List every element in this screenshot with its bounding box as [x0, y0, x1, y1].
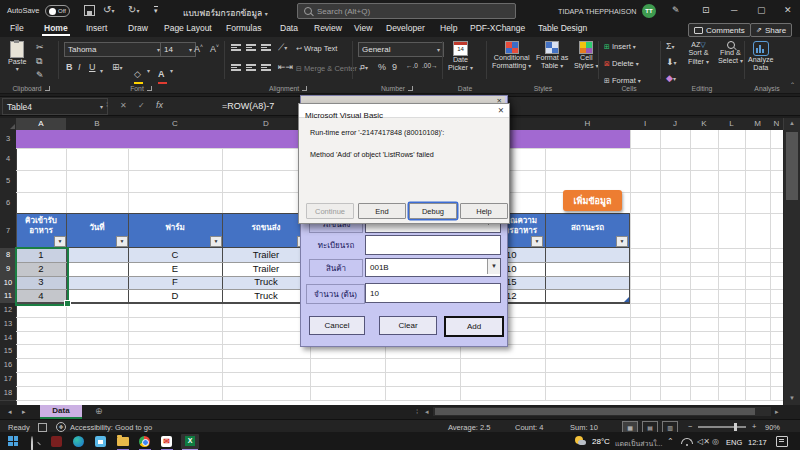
end-button[interactable]: End	[358, 203, 406, 219]
accounting-format-icon[interactable]: ¤▾	[360, 63, 368, 72]
header-status[interactable]: สถานะรถ	[545, 223, 630, 233]
horizontal-scroll-thumb[interactable]	[435, 408, 755, 415]
document-title[interactable]: แบบฟอร์มกรอกข้อมูล ▾	[183, 6, 268, 20]
align-bottom-icon[interactable]	[261, 43, 271, 52]
dialog-launcher-icon[interactable]	[302, 86, 307, 91]
scroll-down-icon[interactable]: ▼	[789, 395, 795, 401]
app-icon[interactable]	[51, 436, 62, 447]
tab-pdf-xchange[interactable]: PDF-XChange	[468, 22, 527, 34]
scroll-left-icon[interactable]: ◂	[425, 408, 429, 416]
debug-button[interactable]: Debug	[409, 203, 457, 219]
zoom-out-button[interactable]: −	[688, 422, 692, 431]
undo-icon[interactable]: ↺▾	[103, 4, 114, 15]
filter-icon[interactable]: ▼	[54, 236, 66, 247]
tab-table-design[interactable]: Table Design	[536, 22, 589, 34]
italic-button[interactable]: I	[78, 63, 81, 72]
filter-icon[interactable]: ▼	[616, 236, 628, 247]
formula-input[interactable]: =ROW(A8)-7	[222, 101, 274, 111]
delete-cells-button[interactable]: ⊠ Delete ▾	[604, 59, 639, 68]
clear-button[interactable]: Clear	[379, 316, 437, 335]
percent-icon[interactable]: %	[378, 63, 386, 72]
weather-icon[interactable]	[575, 436, 585, 446]
wifi-icon[interactable]	[681, 438, 693, 446]
vertical-scroll-thumb[interactable]	[786, 132, 798, 200]
quantity-input[interactable]: 10	[365, 283, 501, 303]
number-format-select[interactable]: General▾	[358, 42, 444, 57]
new-sheet-icon[interactable]: ⊕	[95, 406, 103, 416]
macro-record-icon[interactable]	[38, 423, 47, 432]
align-middle-icon[interactable]	[246, 43, 256, 52]
orientation-icon[interactable]: ⟋▾	[278, 43, 287, 52]
grow-font-icon[interactable]: A˄	[194, 44, 203, 54]
borders-icon[interactable]: ⊞▾	[112, 63, 123, 72]
underline-dropdown-icon[interactable]: ▾	[100, 67, 103, 74]
cancel-entry-icon[interactable]: ✕	[120, 101, 127, 110]
bold-button[interactable]: B	[66, 63, 73, 72]
quick-access-toolbar-icon[interactable]: ▾	[154, 6, 158, 15]
header-farm[interactable]: ฟาร์ม	[128, 223, 222, 233]
registration-input[interactable]	[365, 235, 501, 255]
clock[interactable]: 12:17	[748, 438, 767, 447]
tab-insert[interactable]: Insert	[84, 22, 109, 34]
splitter-handle[interactable]: ⁞	[416, 407, 418, 416]
horizontal-scrollbar[interactable]	[433, 407, 771, 416]
chrome-icon[interactable]	[139, 436, 150, 447]
zoom-in-button[interactable]: +	[752, 422, 756, 431]
language-indicator[interactable]: ENG	[726, 438, 742, 447]
tab-formulas[interactable]: Formulas	[224, 22, 263, 34]
shrink-font-icon[interactable]: A˅	[210, 44, 219, 54]
format-painter-icon[interactable]: ✎	[36, 71, 44, 80]
dialog-launcher-icon[interactable]	[45, 86, 50, 91]
search-input[interactable]: Search (Alt+Q)	[297, 3, 516, 19]
align-top-icon[interactable]	[231, 43, 241, 52]
help-button[interactable]: Help	[460, 203, 508, 219]
cell-C9[interactable]: E	[128, 263, 222, 274]
indent-icons[interactable]: ⇤⇥	[278, 63, 293, 72]
cell-D11[interactable]: Truck	[222, 290, 310, 301]
filter-icon[interactable]: ▼	[531, 236, 543, 247]
prev-sheet-icon[interactable]: ◂	[8, 408, 12, 416]
align-right-icon[interactable]	[261, 63, 271, 72]
tab-developer[interactable]: Developer	[384, 22, 427, 34]
add-button[interactable]: Add	[444, 316, 504, 337]
insert-function-icon[interactable]: fx	[156, 100, 163, 110]
enter-entry-icon[interactable]: ✓	[138, 101, 145, 110]
format-as-table-button[interactable]: Format asTable ▾	[536, 41, 568, 71]
cell-styles-button[interactable]: CellStyles ▾	[574, 41, 599, 71]
fill-handle[interactable]	[64, 300, 71, 307]
align-left-icon[interactable]	[231, 63, 241, 72]
sort-filter-button[interactable]: AZ▽ Sort &Filter ▾	[688, 41, 709, 66]
mail-icon[interactable]: ✉	[161, 436, 172, 447]
dialog-launcher-icon[interactable]	[408, 86, 413, 91]
font-size-select[interactable]: 14▾	[160, 42, 196, 57]
increase-decimal-icon[interactable]: ←.0	[406, 63, 418, 70]
weather-temp[interactable]: 28°C	[592, 437, 610, 446]
filter-icon[interactable]: ▼	[210, 236, 222, 247]
tab-draw[interactable]: Draw	[126, 22, 150, 34]
redo-icon[interactable]: ↻▾	[128, 4, 139, 15]
comments-button[interactable]: Comments	[688, 23, 751, 37]
volume-muted-icon[interactable]: ◁✕	[697, 437, 710, 446]
scroll-up-icon[interactable]: ▲	[789, 120, 795, 126]
sheet-tab-data[interactable]: Data	[40, 405, 82, 419]
cell-C10[interactable]: F	[128, 276, 222, 287]
tab-file[interactable]: File	[8, 22, 26, 34]
name-box[interactable]: Table4▾	[2, 98, 108, 115]
collapse-ribbon-icon[interactable]: ⌃	[790, 81, 795, 88]
next-sheet-icon[interactable]: ▸	[22, 408, 26, 416]
format-cells-button[interactable]: ⊞ Format ▾	[604, 76, 641, 85]
excel-taskbar-tile[interactable]: X	[181, 434, 199, 449]
conditional-formatting-button[interactable]: ConditionalFormatting ▾	[492, 41, 531, 71]
date-picker-button[interactable]: 14 DatePicker ▾	[448, 41, 473, 73]
font-color-dropdown-icon[interactable]: ▾	[170, 67, 173, 74]
share-button[interactable]: ⇗Share	[750, 23, 792, 37]
zoom-level[interactable]: 90%	[765, 423, 780, 432]
tab-data[interactable]: Data	[278, 22, 300, 34]
zoom-slider-thumb[interactable]	[734, 423, 737, 431]
align-center-icon[interactable]	[246, 63, 256, 72]
ribbon-display-icon[interactable]: ⊡	[702, 5, 710, 15]
autosum-icon[interactable]: Σ▾	[666, 42, 675, 51]
cancel-button[interactable]: Cancel	[309, 316, 365, 335]
header-queue[interactable]: คิวเข้ารับอาหาร	[16, 216, 66, 236]
start-button[interactable]	[8, 436, 18, 446]
